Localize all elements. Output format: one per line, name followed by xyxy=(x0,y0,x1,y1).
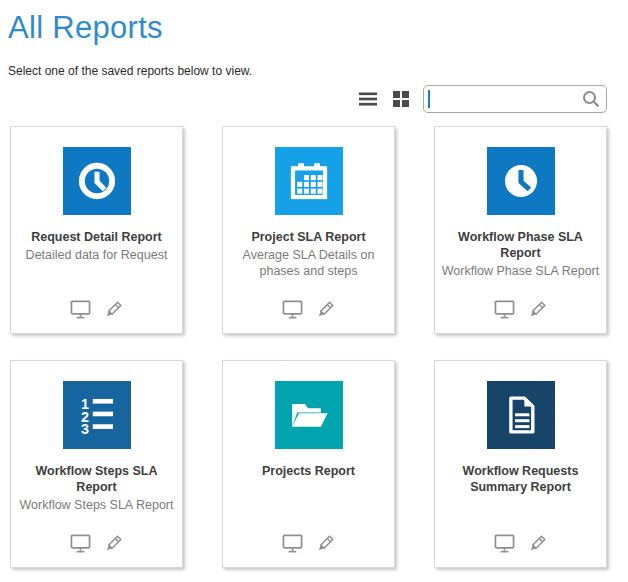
card-actions xyxy=(223,299,394,321)
view-report-button[interactable] xyxy=(281,533,304,554)
report-subtitle: Workflow Phase SLA Report xyxy=(435,263,606,279)
calendar-icon xyxy=(282,154,336,208)
card-actions xyxy=(11,299,182,321)
view-report-button[interactable] xyxy=(281,299,304,320)
edit-report-button[interactable] xyxy=(526,299,548,321)
view-report-button[interactable] xyxy=(69,299,92,320)
edit-report-button[interactable] xyxy=(102,533,124,555)
report-subtitle: Detailed data for Request xyxy=(11,247,182,263)
report-tile xyxy=(275,381,343,449)
numbered-list-icon: 1 2 3 xyxy=(70,388,124,442)
card-actions xyxy=(435,533,606,555)
card-actions xyxy=(435,299,606,321)
report-title: Workflow Steps SLA Report xyxy=(11,463,182,496)
pencil-icon xyxy=(102,299,124,321)
clock-solid-icon xyxy=(494,154,548,208)
clock-outline-icon xyxy=(70,154,124,208)
monitor-icon xyxy=(69,533,92,554)
text-caret xyxy=(428,90,430,108)
pencil-icon xyxy=(526,533,548,555)
edit-report-button[interactable] xyxy=(102,299,124,321)
report-tile xyxy=(487,381,555,449)
pencil-icon xyxy=(314,533,336,555)
open-folder-icon xyxy=(282,388,336,442)
monitor-icon xyxy=(281,299,304,320)
document-icon xyxy=(494,388,548,442)
view-report-button[interactable] xyxy=(493,299,516,320)
edit-report-button[interactable] xyxy=(314,533,336,555)
pencil-icon xyxy=(314,299,336,321)
report-title: Workflow Requests Summary Report xyxy=(448,463,594,496)
report-title: Project SLA Report xyxy=(223,229,394,245)
report-subtitle: Workflow Steps SLA Report xyxy=(11,497,182,513)
grid-view-icon xyxy=(390,88,412,110)
monitor-icon xyxy=(493,299,516,320)
page-title: All Reports xyxy=(8,10,628,46)
page-subtitle: Select one of the saved reports below to… xyxy=(8,64,628,78)
report-tile xyxy=(63,147,131,215)
report-card-workflow-requests-summary[interactable]: Workflow Requests Summary Report xyxy=(434,360,607,568)
report-title: Projects Report xyxy=(223,463,394,479)
edit-report-button[interactable] xyxy=(526,533,548,555)
report-tile xyxy=(275,147,343,215)
list-view-button[interactable] xyxy=(357,88,379,110)
report-card-workflow-steps-sla[interactable]: 1 2 3 Workflow Steps SLA Report Workflow… xyxy=(10,360,183,568)
report-title: Request Detail Report xyxy=(11,229,182,245)
report-tile: 1 2 3 xyxy=(63,381,131,449)
list-view-icon xyxy=(357,88,379,110)
report-card-workflow-phase-sla[interactable]: Workflow Phase SLA Report Workflow Phase… xyxy=(434,126,607,334)
grid-view-button[interactable] xyxy=(390,88,412,110)
pencil-icon xyxy=(102,533,124,555)
card-actions xyxy=(223,533,394,555)
report-subtitle: Average SLA Details on phases and steps xyxy=(231,247,387,280)
card-actions xyxy=(11,533,182,555)
report-card-grid: Request Detail Report Detailed data for … xyxy=(10,126,628,568)
view-report-button[interactable] xyxy=(69,533,92,554)
edit-report-button[interactable] xyxy=(314,299,336,321)
magnifier-icon[interactable] xyxy=(581,89,601,109)
toolbar xyxy=(0,84,607,114)
report-title: Workflow Phase SLA Report xyxy=(443,229,599,262)
report-card-request-detail[interactable]: Request Detail Report Detailed data for … xyxy=(10,126,183,334)
monitor-icon xyxy=(281,533,304,554)
search-input[interactable] xyxy=(423,85,607,113)
all-reports-page: All Reports Select one of the saved repo… xyxy=(0,10,628,582)
search-box xyxy=(423,85,607,113)
report-card-projects[interactable]: Projects Report xyxy=(222,360,395,568)
report-tile xyxy=(487,147,555,215)
view-report-button[interactable] xyxy=(493,533,516,554)
monitor-icon xyxy=(69,299,92,320)
pencil-icon xyxy=(526,299,548,321)
monitor-icon xyxy=(493,533,516,554)
svg-text:3: 3 xyxy=(80,421,88,437)
report-card-project-sla[interactable]: Project SLA Report Average SLA Details o… xyxy=(222,126,395,334)
